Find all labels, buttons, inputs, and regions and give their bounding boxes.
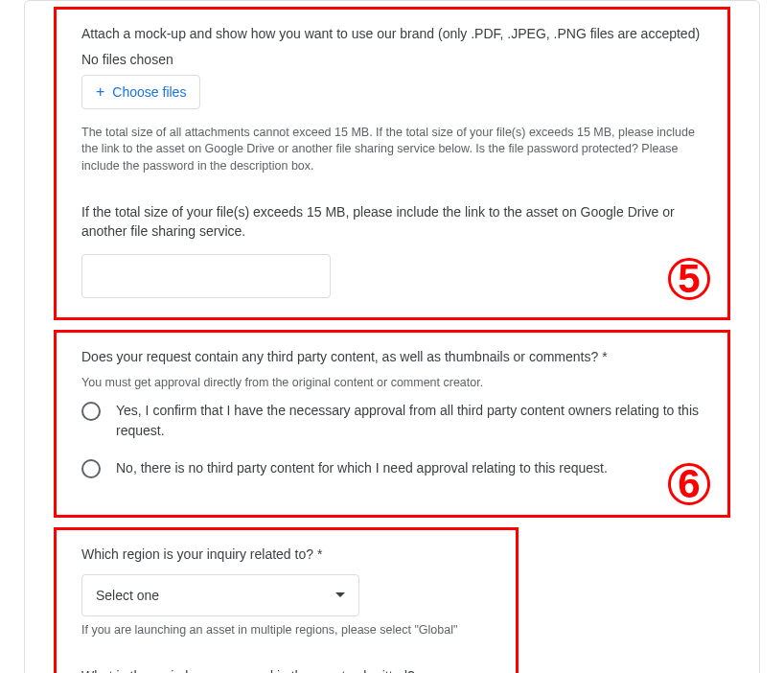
section-region-language: Which region is your inquiry related to?…: [54, 527, 519, 673]
attach-helper-text: The total size of all attachments cannot…: [81, 125, 703, 175]
choose-files-label: Choose files: [112, 84, 186, 100]
annotation-5: 5: [668, 258, 710, 300]
no-files-text: No files chosen: [81, 52, 703, 67]
annotation-6: 6: [668, 463, 710, 505]
third-party-question: Does your request contain any third part…: [81, 348, 703, 367]
region-select-value: Select one: [96, 588, 159, 603]
language-question: What is the main language used in the as…: [81, 667, 491, 673]
link-question: If the total size of your file(s) exceed…: [81, 203, 703, 241]
region-question: Which region is your inquiry related to?…: [81, 545, 491, 565]
radio-row-yes[interactable]: Yes, I confirm that I have the necessary…: [81, 401, 703, 441]
third-party-radio-group: Yes, I confirm that I have the necessary…: [81, 401, 703, 478]
section-third-party: Does your request contain any third part…: [54, 330, 730, 518]
form-card: Attach a mock-up and show how you want t…: [24, 0, 760, 673]
attach-question: Attach a mock-up and show how you want t…: [81, 25, 703, 44]
radio-row-no[interactable]: No, there is no third party content for …: [81, 458, 703, 478]
chevron-down-icon: [335, 592, 345, 597]
region-select[interactable]: Select one: [81, 574, 359, 616]
asset-link-input[interactable]: [81, 254, 331, 298]
radio-no-label: No, there is no third party content for …: [116, 458, 608, 478]
region-helper: If you are launching an asset in multipl…: [81, 622, 491, 639]
section-attach-mockup: Attach a mock-up and show how you want t…: [54, 7, 730, 320]
radio-no[interactable]: [81, 459, 101, 478]
third-party-helper: You must get approval directly from the …: [81, 375, 703, 392]
plus-icon: +: [96, 83, 104, 101]
choose-files-button[interactable]: + Choose files: [81, 75, 200, 109]
radio-yes-label: Yes, I confirm that I have the necessary…: [116, 401, 703, 441]
radio-yes[interactable]: [81, 402, 101, 421]
